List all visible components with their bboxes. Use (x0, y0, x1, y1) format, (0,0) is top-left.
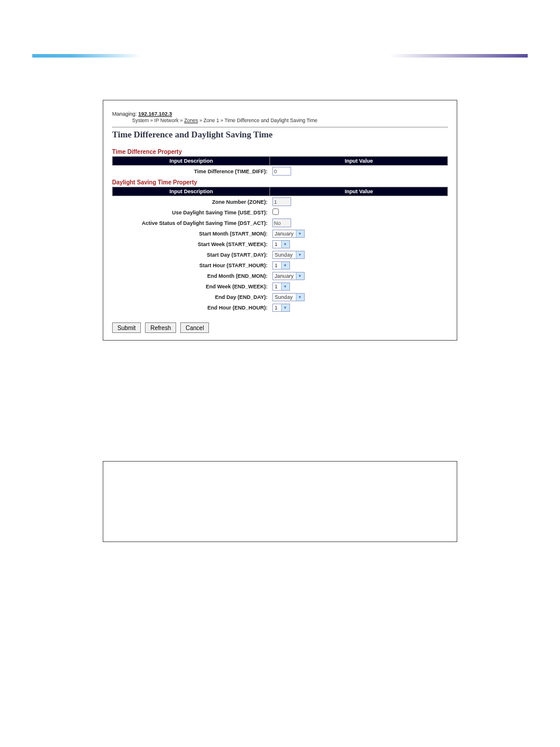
dropdown[interactable]: 1▾ (272, 304, 290, 312)
managing-ip[interactable]: 192.167.102.3 (139, 111, 173, 117)
table-row: End Day (END_DAY):Sunday▾ (113, 292, 448, 302)
breadcrumb-item[interactable]: Zones (184, 117, 198, 123)
table-row: Start Day (START_DAY):Sunday▾ (113, 250, 448, 260)
dropdown-value: 1 (275, 241, 281, 247)
input-label: Start Month (START_MON): (113, 228, 270, 239)
table-row: Time Difference (TIME_DIFF): (113, 166, 448, 177)
chevron-down-icon: ▾ (281, 283, 289, 290)
input-cell (270, 196, 448, 208)
input-label: Time Difference (TIME_DIFF): (113, 166, 270, 177)
table-row: End Month (END_MON):January▾ (113, 271, 448, 281)
input-label: Zone Number (ZONE): (113, 196, 270, 208)
table-header-row: Input Description Input Value (113, 157, 448, 166)
input-cell: January▾ (270, 271, 448, 281)
input-cell: January▾ (270, 228, 448, 239)
chevron-down-icon: ▾ (296, 230, 304, 237)
page-title: Time Difference and Daylight Saving Time (112, 130, 448, 140)
breadcrumb-item: Time Difference and Daylight Saving Time (225, 117, 318, 123)
dropdown[interactable]: 1▾ (272, 261, 290, 270)
dropdown-value: Sunday (275, 294, 296, 300)
input-cell: Sunday▾ (270, 292, 448, 302)
dropdown[interactable]: January▾ (272, 272, 305, 280)
input-label: End Week (END_WEEK): (113, 281, 270, 292)
input-label: Start Hour (START_HOUR): (113, 260, 270, 271)
managing-line: Managing: 192.167.102.3 (112, 111, 448, 117)
table-row: Active Status of Daylight Saving Time (D… (113, 217, 448, 228)
checkbox[interactable] (272, 208, 279, 215)
chevron-down-icon: ▾ (281, 241, 289, 248)
input-cell: 1▾ (270, 302, 448, 313)
table-row: Use Daylight Saving Time (USE_DST): (113, 207, 448, 217)
table-header-desc: Input Description (113, 187, 270, 196)
dropdown-value: Sunday (275, 252, 296, 258)
input-label: End Month (END_MON): (113, 271, 270, 281)
dropdown-value: January (275, 273, 296, 279)
chevron-down-icon: ▾ (296, 272, 304, 280)
refresh-button[interactable]: Refresh (145, 322, 176, 333)
divider (112, 127, 448, 127)
text-input[interactable] (272, 167, 291, 176)
text-input (272, 218, 291, 227)
breadcrumb-item: IP Network (154, 117, 178, 123)
input-label: End Hour (END_HOUR): (113, 302, 270, 313)
chevron-down-icon: ▾ (296, 294, 304, 301)
breadcrumb-item: System (132, 117, 149, 123)
dropdown[interactable]: January▾ (272, 230, 305, 238)
time-diff-table: Input Description Input Value Time Diffe… (112, 156, 448, 177)
table-row: Start Week (START_WEEK):1▾ (113, 239, 448, 250)
config-panel: Managing: 192.167.102.3 System » IP Netw… (103, 100, 457, 341)
dropdown[interactable]: 1▾ (272, 282, 290, 291)
section-title-timediff: Time Difference Property (112, 149, 448, 155)
input-label: Active Status of Daylight Saving Time (D… (113, 217, 270, 228)
table-row: Start Hour (START_HOUR):1▾ (113, 260, 448, 271)
input-cell (270, 166, 448, 177)
breadcrumb-item: Zone 1 (204, 117, 219, 123)
section-title-dst: Daylight Saving Time Property (112, 179, 448, 186)
chevron-down-icon: ▾ (281, 304, 289, 311)
dropdown-value: 1 (275, 305, 281, 311)
dropdown-value: January (275, 231, 296, 237)
dropdown[interactable]: Sunday▾ (272, 251, 305, 259)
dst-table: Input Description Input Value Zone Numbe… (112, 187, 448, 313)
managing-label: Managing: (112, 111, 137, 117)
dropdown[interactable]: 1▾ (272, 240, 290, 248)
input-label: Use Daylight Saving Time (USE_DST): (113, 207, 270, 217)
button-row: Submit Refresh Cancel (112, 322, 448, 333)
blank-panel (103, 461, 457, 542)
input-label: Start Week (START_WEEK): (113, 239, 270, 250)
dropdown[interactable]: Sunday▾ (272, 293, 305, 301)
dropdown-value: 1 (275, 284, 281, 290)
table-header-row: Input Description Input Value (113, 187, 448, 196)
input-cell (270, 207, 448, 217)
text-input (272, 197, 291, 206)
table-header-desc: Input Description (113, 157, 270, 166)
chevron-down-icon: ▾ (296, 251, 304, 258)
input-label: End Day (END_DAY): (113, 292, 270, 302)
table-row: Zone Number (ZONE): (113, 196, 448, 208)
input-cell: Sunday▾ (270, 250, 448, 260)
top-gradient-bar (32, 54, 528, 58)
table-row: End Week (END_WEEK):1▾ (113, 281, 448, 292)
input-cell: 1▾ (270, 260, 448, 271)
table-row: Start Month (START_MON):January▾ (113, 228, 448, 239)
breadcrumb: System » IP Network » Zones » Zone 1 » T… (132, 117, 448, 123)
input-cell: 1▾ (270, 281, 448, 292)
table-row: End Hour (END_HOUR):1▾ (113, 302, 448, 313)
submit-button[interactable]: Submit (112, 322, 141, 333)
input-cell: 1▾ (270, 239, 448, 250)
chevron-down-icon: ▾ (281, 262, 289, 269)
dropdown-value: 1 (275, 263, 281, 268)
input-cell (270, 217, 448, 228)
table-header-val: Input Value (270, 157, 448, 166)
cancel-button[interactable]: Cancel (180, 322, 209, 333)
input-label: Start Day (START_DAY): (113, 250, 270, 260)
table-header-val: Input Value (270, 187, 448, 196)
